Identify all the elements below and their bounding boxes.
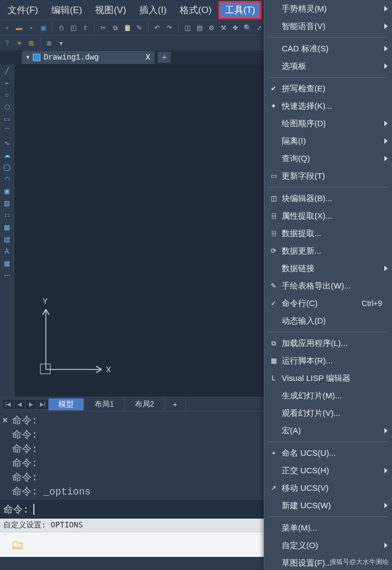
revcloud-icon[interactable]: ☁ <box>3 151 11 160</box>
menu-item[interactable]: 新建 UCS(W) <box>264 497 392 514</box>
menu-format[interactable]: 格式(O) <box>173 1 218 19</box>
menu-item[interactable]: 正交 UCS(H) <box>264 462 392 479</box>
menu-item[interactable]: CAD 标准(S) <box>264 40 392 57</box>
hatch-icon[interactable]: ▧ <box>3 199 11 208</box>
tool-icon[interactable]: ⚙ <box>206 23 216 33</box>
menu-item[interactable]: 手势精灵(M) <box>264 0 392 17</box>
publish-icon[interactable]: ⇪ <box>80 23 90 33</box>
layout-tab-add[interactable]: + <box>165 399 186 410</box>
menu-item[interactable]: 菜单(M)... <box>264 519 392 537</box>
sun-icon[interactable]: ☀ <box>14 38 24 48</box>
layer-dd-icon[interactable]: ▾ <box>56 38 66 48</box>
menu-item[interactable]: ⟳数据更新... <box>264 242 392 260</box>
menu-item[interactable]: 智能语音(V) <box>264 17 392 35</box>
svg-line-4 <box>43 309 46 315</box>
line-icon[interactable]: ╱ <box>3 67 11 75</box>
menu-item[interactable]: 查询(Q) <box>264 150 392 167</box>
zoom-icon[interactable]: 🔍 <box>242 23 252 33</box>
menu-item[interactable]: ✓命令行(C)Ctrl+9 <box>264 295 392 312</box>
circle-icon[interactable]: ○ <box>3 91 11 99</box>
layout-tab-1[interactable]: 布局1 <box>84 398 124 410</box>
menu-item[interactable]: ⌸数据提取... <box>264 225 392 242</box>
open-icon[interactable]: ▬ <box>14 23 24 33</box>
table-icon[interactable]: ▤ <box>3 235 11 244</box>
cut-icon[interactable]: ✂ <box>98 23 108 33</box>
menu-item[interactable]: ✦快速选择(K)... <box>264 97 392 115</box>
tools-menu-dropdown: 手势精灵(M)智能语音(V)CAD 标准(S)选项板✔拼写检查(E)✦快速选择(… <box>264 0 392 570</box>
menu-insert[interactable]: 插入(I) <box>133 1 173 19</box>
menu-item[interactable]: LVisual LISP 编辑器 <box>264 369 392 387</box>
menu-tools[interactable]: 工具(T) <box>218 1 262 19</box>
cmdwin-close-icon[interactable]: ✕ <box>2 414 12 497</box>
zoomext-icon[interactable]: ⤢ <box>254 23 264 33</box>
pan-icon[interactable]: ✥ <box>230 23 240 33</box>
menu-item[interactable]: 隔离(I) <box>264 132 392 150</box>
layout-nav-next[interactable]: ▶ <box>25 399 37 410</box>
menu-item[interactable]: 观看幻灯片(V)... <box>264 404 392 422</box>
tool2-icon[interactable]: ⚒ <box>218 23 228 33</box>
svg-line-5 <box>46 309 49 315</box>
rectangle-icon[interactable]: ▭ <box>3 115 11 124</box>
command-cursor <box>33 504 34 515</box>
close-tab-icon[interactable]: X <box>146 53 150 62</box>
redo-icon[interactable]: ↷ <box>164 23 174 33</box>
new-icon[interactable]: ▫ <box>2 23 12 33</box>
polygon-icon[interactable]: ⬠ <box>3 103 11 111</box>
menu-item[interactable]: ✎手绘表格导出(W)... <box>264 277 392 295</box>
layout-nav-last[interactable]: ▶| <box>37 399 49 410</box>
menu-view[interactable]: 视图(V) <box>88 1 133 19</box>
spline-icon[interactable]: ∿ <box>3 139 11 148</box>
chevron-down-icon[interactable]: ▼ <box>26 55 29 61</box>
menu-item[interactable]: ⌖命名 UCS(U)... <box>264 444 392 462</box>
submenu-arrow-icon <box>384 543 388 548</box>
menu-item[interactable]: 宏(A) <box>264 422 392 439</box>
ellipsearc-icon[interactable]: ◠ <box>3 175 11 184</box>
more-icon[interactable]: ⋯ <box>3 271 11 280</box>
document-tab[interactable]: ▼ Drawing1.dwg X <box>22 51 155 64</box>
menu-item[interactable]: ↗移动 UCS(V) <box>264 479 392 497</box>
menu-item[interactable]: 自定义(O) <box>264 537 392 554</box>
ucs-indicator: X Y <box>36 293 112 380</box>
layout-tab-2[interactable]: 布局2 <box>124 398 165 410</box>
menu-file[interactable]: 文件(F) <box>1 1 45 19</box>
paste-icon[interactable]: 📋 <box>122 23 132 33</box>
help-icon[interactable]: ? <box>2 38 12 48</box>
layerprop-icon[interactable]: ≣ <box>44 38 54 48</box>
menu-item[interactable]: ▭更新字段(T) <box>264 167 392 185</box>
menu-item-icon: ⌖ <box>268 449 280 457</box>
grid-icon[interactable]: ▦ <box>3 259 11 268</box>
menu-item[interactable]: ◫块编辑器(B)... <box>264 190 392 207</box>
block-icon[interactable]: ▣ <box>3 187 11 196</box>
ellipse-icon[interactable]: ◯ <box>3 163 11 172</box>
layout-nav-first[interactable]: |◀ <box>2 399 14 410</box>
print-icon[interactable]: ⎙ <box>56 23 66 33</box>
arc-icon[interactable]: ⌒ <box>3 127 11 136</box>
menu-edit[interactable]: 编辑(E) <box>45 1 89 19</box>
explorer-icon[interactable]: 🗂 <box>11 537 24 553</box>
text-icon[interactable]: A <box>3 247 11 256</box>
menu-item[interactable]: ▦运行脚本(R)... <box>264 352 392 369</box>
menu-item[interactable]: ⧉加载应用程序(L)... <box>264 334 392 352</box>
undo-icon[interactable]: ↶ <box>152 23 162 33</box>
menu-item[interactable]: 绘图顺序(D) <box>264 115 392 132</box>
point-icon[interactable]: ∷ <box>3 211 11 220</box>
region-icon[interactable]: ▦ <box>3 223 11 232</box>
menu-item[interactable]: 生成幻灯片(M)... <box>264 387 392 404</box>
app-icon[interactable]: ⊞ <box>26 38 36 48</box>
menu-item[interactable]: 选项板 <box>264 57 392 75</box>
menu-item[interactable]: ⌸属性提取(X)... <box>264 207 392 225</box>
layout-tab-model[interactable]: 模型 <box>48 398 84 410</box>
menu-item[interactable]: 动态输入(D) <box>264 312 392 330</box>
saveall-icon[interactable]: ▣ <box>38 23 48 33</box>
new-tab-button[interactable]: ＋ <box>158 52 171 63</box>
eraser-icon[interactable]: ◫ <box>182 23 192 33</box>
menu-item[interactable]: 数据链接 <box>264 260 392 277</box>
copy-icon[interactable]: ⧉ <box>110 23 120 33</box>
layout-nav-prev[interactable]: ◀ <box>14 399 26 410</box>
brush-icon[interactable]: ▤ <box>194 23 204 33</box>
save-icon[interactable]: ▪ <box>26 23 36 33</box>
match-icon[interactable]: ✎ <box>134 23 144 33</box>
polyline-icon[interactable]: ⌁ <box>3 79 11 87</box>
preview-icon[interactable]: ◰ <box>68 23 78 33</box>
menu-item[interactable]: ✔拼写检查(E) <box>264 80 392 97</box>
